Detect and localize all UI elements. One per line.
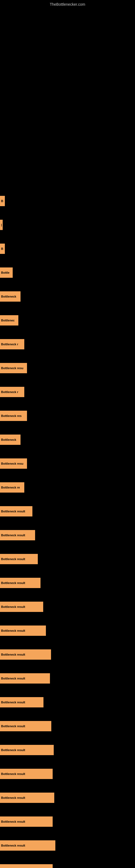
- bottleneck-bar: Bottleneck result: [0, 864, 53, 868]
- bottleneck-bar-label: Bottleneck result: [1, 748, 25, 752]
- bottleneck-bar-label: Bottleneck result: [1, 701, 25, 704]
- bottleneck-bar-label: Bottleneck result: [1, 581, 25, 585]
- bottleneck-bar: Bottleneck result: [0, 530, 35, 540]
- bottleneck-bar-label: Bottleneck result: [1, 605, 25, 609]
- bottleneck-bar: |: [0, 220, 3, 230]
- bottleneck-bar: Bottleneck result: [0, 769, 53, 779]
- bottleneck-bar: Bottleneck re: [0, 482, 24, 493]
- bottleneck-bar-label: Bottleneck result: [1, 796, 25, 799]
- bottleneck-bar: B: [0, 244, 5, 254]
- bottleneck-bar-label: Bottleneck result: [1, 677, 25, 680]
- bottleneck-bar: Bottleneck result: [0, 721, 51, 731]
- bottleneck-bar: Bottlenec: [0, 315, 18, 326]
- bottleneck-bar: Bottleneck result: [0, 506, 32, 517]
- bottleneck-bar: Bottleneck result: [0, 745, 54, 755]
- bottleneck-bar: Bottleneck resu: [0, 458, 27, 469]
- bottleneck-bar-label: Bottleneck resu: [1, 462, 24, 465]
- bottleneck-bar: Bottleneck result: [0, 697, 43, 707]
- bottleneck-bar-label: Bottlenec: [1, 319, 14, 322]
- bottleneck-bar: Bottleneck result: [0, 793, 54, 803]
- bottleneck-bar: Bottleneck resu: [0, 363, 27, 373]
- bottleneck-bar-label: B: [1, 199, 3, 203]
- bottleneck-bar: Bottleneck result: [0, 578, 41, 588]
- bottleneck-bar: Bottleneck result: [0, 673, 50, 684]
- bottleneck-bar: Bottleneck result: [0, 601, 43, 612]
- bottleneck-bar: Bottleneck r: [0, 339, 24, 349]
- bottleneck-bar-label: Bottleneck result: [1, 844, 25, 847]
- bottleneck-bar-label: Bottleneck re: [1, 486, 20, 489]
- bottleneck-bar: Bottle: [0, 268, 13, 278]
- bottleneck-bar: B: [0, 196, 5, 206]
- bottleneck-bar-label: Bottleneck result: [1, 629, 25, 632]
- bottleneck-bar-label: Bottleneck resu: [1, 367, 24, 370]
- bottleneck-bar-label: Bottleneck r: [1, 390, 18, 394]
- bottleneck-bar: Bottleneck r: [0, 387, 24, 397]
- site-title: TheBottlenecker.com: [50, 2, 85, 6]
- bottleneck-bar-label: |: [1, 223, 2, 226]
- bottleneck-bar-label: Bottleneck: [1, 295, 16, 298]
- bottleneck-bar: Bottleneck res: [0, 411, 27, 421]
- bottleneck-bar-label: Bottleneck: [1, 438, 16, 441]
- bottleneck-bar-label: B: [1, 247, 3, 250]
- bottleneck-bar-label: Bottle: [1, 271, 9, 274]
- bottleneck-bar: Bottleneck result: [0, 649, 51, 660]
- bottleneck-bar-label: Bottleneck result: [1, 557, 25, 561]
- bottleneck-bar: Bottleneck result: [0, 816, 53, 827]
- bottleneck-bar-label: Bottleneck result: [1, 510, 25, 513]
- bottleneck-bar-label: Bottleneck result: [1, 653, 25, 656]
- bottleneck-bar: Bottleneck: [0, 435, 20, 445]
- bottleneck-bar-label: Bottleneck res: [1, 414, 21, 417]
- bottleneck-bar: Bottleneck result: [0, 625, 46, 636]
- bottleneck-bar: Bottleneck result: [0, 554, 38, 564]
- bottleneck-bar: Bottleneck result: [0, 840, 55, 850]
- bottleneck-bar-label: Bottleneck result: [1, 772, 25, 775]
- bottleneck-bar-label: Bottleneck result: [1, 724, 25, 728]
- bottleneck-bar-label: Bottleneck result: [1, 820, 25, 823]
- bottleneck-bar-label: Bottleneck result: [1, 533, 25, 537]
- bottleneck-bar-label: Bottleneck r: [1, 343, 18, 346]
- bottleneck-bar: Bottleneck: [0, 291, 20, 302]
